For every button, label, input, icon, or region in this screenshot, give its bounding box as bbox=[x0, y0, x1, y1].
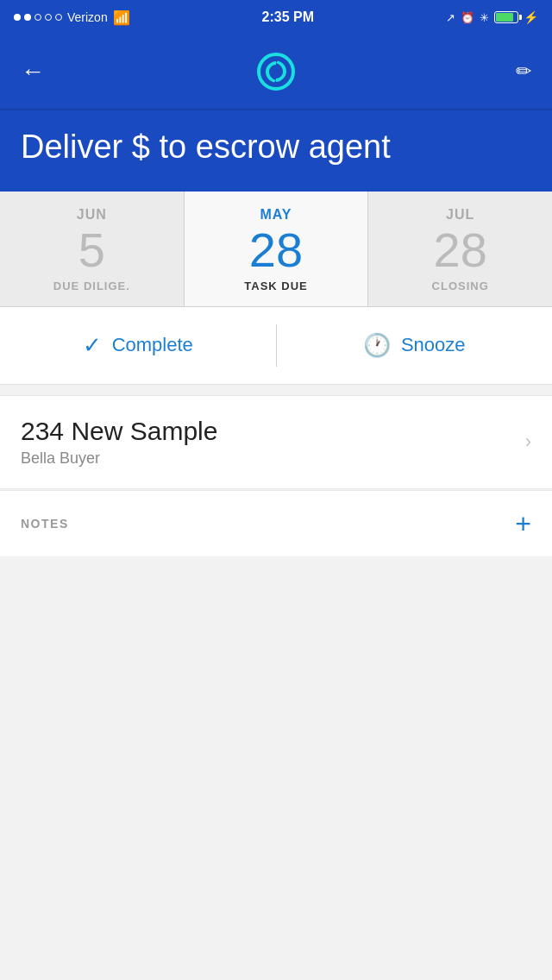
complete-label: Complete bbox=[112, 334, 193, 356]
notes-section: NOTES + bbox=[0, 490, 552, 556]
property-address: 234 New Sample bbox=[21, 417, 217, 446]
charging-icon: ⚡ bbox=[524, 10, 538, 24]
status-right: ↗ ⏰ ✳ ⚡ bbox=[446, 10, 538, 24]
date-cell-jul: JUL 28 CLOSING bbox=[368, 192, 552, 306]
add-note-button[interactable]: + bbox=[515, 510, 531, 537]
property-buyer: Bella Buyer bbox=[21, 449, 217, 468]
task-title: Deliver $ to escrow agent bbox=[21, 128, 531, 167]
snooze-button[interactable]: 🕐 Snooze bbox=[277, 307, 553, 384]
dot-4 bbox=[45, 14, 52, 21]
chevron-right-icon: › bbox=[525, 430, 531, 453]
edit-button[interactable]: ✏ bbox=[497, 60, 531, 83]
status-time: 2:35 PM bbox=[262, 9, 314, 25]
title-section: Deliver $ to escrow agent bbox=[0, 110, 552, 192]
label-jul: CLOSING bbox=[432, 280, 489, 292]
label-jun: DUE DILIGE. bbox=[53, 280, 130, 292]
carrier-label: Verizon bbox=[67, 10, 108, 24]
back-button[interactable]: ← bbox=[21, 58, 55, 85]
notes-label: NOTES bbox=[21, 517, 69, 531]
day-jun: 5 bbox=[78, 226, 105, 274]
location-icon: ↗ bbox=[446, 11, 455, 24]
battery-fill bbox=[496, 13, 513, 22]
property-info: 234 New Sample Bella Buyer bbox=[21, 417, 217, 468]
dot-2 bbox=[24, 14, 31, 21]
action-row: ✓ Complete 🕐 Snooze bbox=[0, 307, 552, 385]
complete-button[interactable]: ✓ Complete bbox=[0, 307, 276, 384]
signal-dots bbox=[14, 14, 62, 21]
day-jul: 28 bbox=[434, 226, 487, 274]
svg-point-0 bbox=[259, 54, 293, 89]
alarm-icon: ⏰ bbox=[461, 11, 474, 24]
label-may: TASK DUE bbox=[244, 280, 307, 292]
status-left: Verizon 📶 bbox=[14, 9, 130, 26]
checkmark-icon: ✓ bbox=[83, 332, 102, 359]
date-cell-jun: JUN 5 DUE DILIGE. bbox=[0, 192, 185, 306]
bluetooth-icon: ✳ bbox=[480, 11, 489, 24]
clock-icon: 🕐 bbox=[363, 332, 391, 359]
dot-3 bbox=[34, 14, 41, 21]
date-row: JUN 5 DUE DILIGE. MAY 28 TASK DUE JUL 28… bbox=[0, 192, 552, 307]
date-cell-may: MAY 28 TASK DUE bbox=[185, 192, 369, 306]
battery-icon bbox=[494, 11, 518, 23]
wifi-icon: 📶 bbox=[113, 9, 130, 26]
app-logo bbox=[254, 49, 298, 94]
status-bar: Verizon 📶 2:35 PM ↗ ⏰ ✳ ⚡ bbox=[0, 0, 552, 35]
dot-5 bbox=[55, 14, 62, 21]
snooze-label: Snooze bbox=[401, 334, 466, 356]
day-may: 28 bbox=[249, 226, 303, 274]
property-section[interactable]: 234 New Sample Bella Buyer › bbox=[0, 395, 552, 489]
nav-header: ← ✏ bbox=[0, 35, 552, 110]
dot-1 bbox=[14, 14, 21, 21]
month-jun: JUN bbox=[77, 207, 107, 223]
month-may: MAY bbox=[260, 207, 292, 223]
month-jul: JUL bbox=[446, 207, 474, 223]
